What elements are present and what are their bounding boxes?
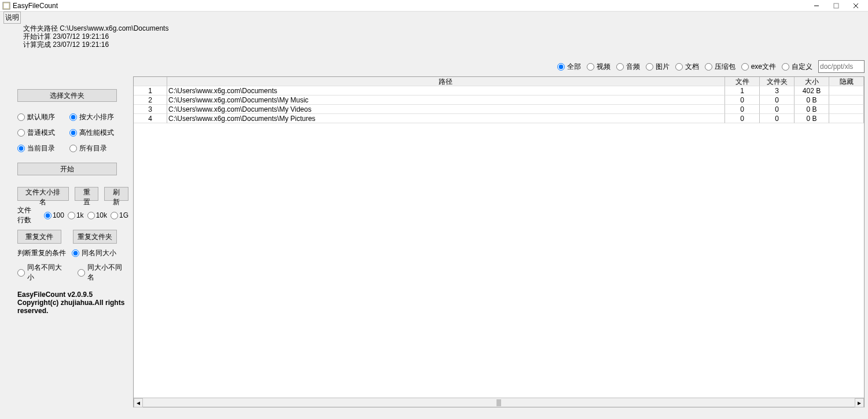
filter-custom-input[interactable] xyxy=(818,60,865,73)
cell-hidden xyxy=(829,105,864,114)
radio-mode-normal[interactable]: 普通模式 xyxy=(17,128,55,138)
cell-num: 1 xyxy=(134,86,167,95)
radio-dup-same-size-diff-name[interactable]: 同大小不同名 xyxy=(78,263,128,282)
radio-rows-100[interactable]: 100 xyxy=(44,211,64,219)
cell-folder: 3 xyxy=(760,86,795,95)
sort-files-button[interactable]: 文件大小排名 xyxy=(17,187,69,201)
cell-hidden xyxy=(829,114,864,123)
cell-num: 3 xyxy=(134,105,167,114)
col-path[interactable]: 路径 xyxy=(167,77,725,86)
scroll-thumb[interactable] xyxy=(496,399,501,406)
radio-sort-size[interactable]: 按大小排序 xyxy=(69,112,114,122)
svg-rect-1 xyxy=(4,3,9,8)
radio-sort-default[interactable]: 默认顺序 xyxy=(17,112,55,122)
cell-hidden xyxy=(829,86,864,95)
cell-folder: 0 xyxy=(760,95,795,105)
filter-image[interactable]: 图片 xyxy=(646,62,670,72)
radio-dup-same-name-diff-size[interactable]: 同名不同大小 xyxy=(17,263,68,282)
info-folder-path: 文件夹路径 C:\Users\www.x6g.com\Documents xyxy=(23,24,868,32)
scrollbar-horizontal[interactable]: ◂ ▸ xyxy=(134,398,864,407)
file-rows-label: 文件行数 xyxy=(17,205,38,225)
radio-dir-current[interactable]: 当前目录 xyxy=(17,144,55,153)
filter-custom[interactable]: 自定义 xyxy=(782,62,812,72)
menubar: 说明 xyxy=(0,12,868,22)
cell-file: 1 xyxy=(725,86,760,95)
copyright-text: Copyright(c) zhujiahua.All rights reserv… xyxy=(17,299,124,315)
cell-size: 402 B xyxy=(795,86,829,95)
table-row[interactable]: 4C:\Users\www.x6g.com\Documents\My Pictu… xyxy=(134,114,864,123)
refresh-button[interactable]: 刷新 xyxy=(104,187,128,201)
cell-file: 0 xyxy=(725,95,760,105)
cell-folder: 0 xyxy=(760,105,795,114)
menu-help[interactable]: 说明 xyxy=(3,12,21,24)
cell-path: C:\Users\www.x6g.com\Documents\My Pictur… xyxy=(167,114,725,123)
cell-num: 2 xyxy=(134,95,167,105)
right-panel: 全部 视频 音频 图片 文档 压缩包 exe文件 自定义 路径 文件 文件夹 大… xyxy=(131,51,865,407)
table-row[interactable]: 1C:\Users\www.x6g.com\Documents13402 B xyxy=(134,86,864,95)
reset-button[interactable]: 重置 xyxy=(75,187,99,201)
info-start-time: 开始计算 23/07/12 19:21:16 xyxy=(23,32,868,41)
table-row[interactable]: 2C:\Users\www.x6g.com\Documents\My Music… xyxy=(134,95,864,105)
radio-rows-1k[interactable]: 1k xyxy=(68,211,84,219)
close-button[interactable] xyxy=(846,0,866,12)
col-folder[interactable]: 文件夹 xyxy=(760,77,795,86)
start-button[interactable]: 开始 xyxy=(17,163,117,175)
table-row[interactable]: 3C:\Users\www.x6g.com\Documents\My Video… xyxy=(134,105,864,114)
cell-path: C:\Users\www.x6g.com\Documents\My Videos xyxy=(167,105,725,114)
select-folder-button[interactable]: 选择文件夹 xyxy=(17,89,117,102)
svg-rect-3 xyxy=(834,3,838,8)
filter-archive[interactable]: 压缩包 xyxy=(705,62,735,72)
col-size[interactable]: 大小 xyxy=(795,77,829,86)
cell-num: 4 xyxy=(134,114,167,123)
cell-file: 0 xyxy=(725,105,760,114)
minimize-button[interactable] xyxy=(807,0,826,12)
col-hidden[interactable]: 隐藏 xyxy=(829,77,864,86)
radio-dup-same-name-size[interactable]: 同名同大小 xyxy=(72,248,116,258)
col-file[interactable]: 文件 xyxy=(725,77,760,86)
cell-size: 0 B xyxy=(795,95,829,105)
cell-folder: 0 xyxy=(760,114,795,123)
dup-files-button[interactable]: 重复文件 xyxy=(17,230,61,244)
title-text: EasyFileCount xyxy=(13,2,807,10)
cell-path: C:\Users\www.x6g.com\Documents\My Music xyxy=(167,95,725,105)
filter-all[interactable]: 全部 xyxy=(557,62,581,72)
scroll-left-icon[interactable]: ◂ xyxy=(134,398,143,407)
radio-rows-10k[interactable]: 10k xyxy=(87,211,107,219)
dup-folders-button[interactable]: 重复文件夹 xyxy=(73,230,117,244)
filter-bar: 全部 视频 音频 图片 文档 压缩包 exe文件 自定义 xyxy=(133,51,865,76)
radio-dir-all[interactable]: 所有目录 xyxy=(69,144,107,153)
app-icon xyxy=(2,2,10,10)
col-num[interactable] xyxy=(134,77,167,86)
filter-doc[interactable]: 文档 xyxy=(675,62,699,72)
filter-audio[interactable]: 音频 xyxy=(616,62,640,72)
radio-rows-1g[interactable]: 1G xyxy=(111,211,128,219)
dup-cond-label: 判断重复的条件 xyxy=(17,248,72,258)
cell-size: 0 B xyxy=(795,105,829,114)
version-text: EasyFileCount v2.0.9.5 xyxy=(17,291,93,299)
left-panel: 选择文件夹 默认顺序 按大小排序 普通模式 高性能模式 当前目录 所有目录 开始… xyxy=(3,51,131,407)
filter-exe[interactable]: exe文件 xyxy=(741,62,776,72)
cell-size: 0 B xyxy=(795,114,829,123)
radio-mode-perf[interactable]: 高性能模式 xyxy=(69,128,114,138)
maximize-button[interactable] xyxy=(826,0,846,12)
scroll-right-icon[interactable]: ▸ xyxy=(855,398,864,407)
cell-path: C:\Users\www.x6g.com\Documents xyxy=(167,86,725,95)
info-block: 文件夹路径 C:\Users\www.x6g.com\Documents 开始计… xyxy=(0,22,868,51)
cell-file: 0 xyxy=(725,114,760,123)
titlebar: EasyFileCount xyxy=(0,0,868,12)
table-body: 1C:\Users\www.x6g.com\Documents13402 B2C… xyxy=(134,86,864,398)
filter-video[interactable]: 视频 xyxy=(587,62,610,72)
table-header: 路径 文件 文件夹 大小 隐藏 xyxy=(134,77,864,86)
cell-hidden xyxy=(829,95,864,105)
table: 路径 文件 文件夹 大小 隐藏 1C:\Users\www.x6g.com\Do… xyxy=(133,76,865,407)
info-end-time: 计算完成 23/07/12 19:21:16 xyxy=(23,41,868,49)
